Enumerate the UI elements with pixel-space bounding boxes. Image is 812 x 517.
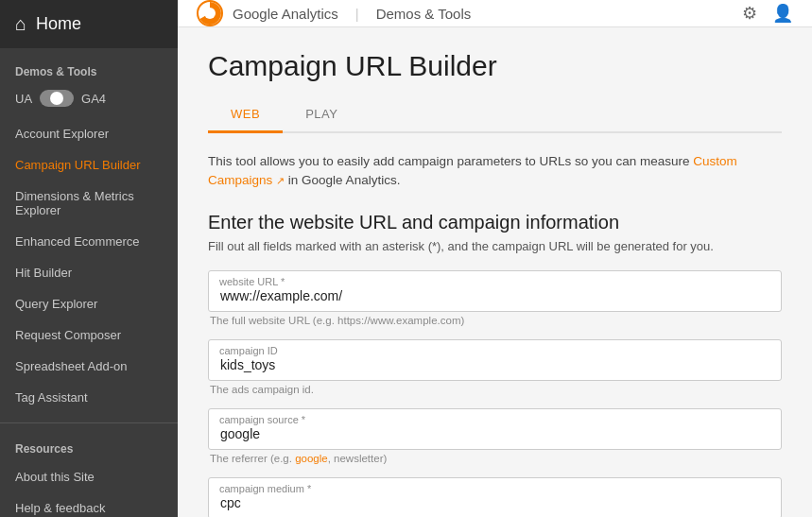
topbar-divider: | xyxy=(355,6,359,22)
page-title: Campaign URL Builder xyxy=(208,50,782,82)
sidebar-item-campaign-url-builder[interactable]: Campaign URL Builder xyxy=(0,149,178,181)
sidebar-item-tag-assistant[interactable]: Tag Assistant xyxy=(0,382,178,413)
topbar-logo: Google Analytics | Demos & Tools xyxy=(197,0,471,26)
tab-web[interactable]: WEB xyxy=(208,97,283,133)
website-url-input[interactable] xyxy=(208,270,782,312)
external-link-icon: ↗ xyxy=(276,175,285,186)
sidebar-item-account-explorer[interactable]: Account Explorer xyxy=(0,118,178,149)
topbar: Google Analytics | Demos & Tools ⚙ 👤 xyxy=(178,0,812,27)
sidebar-item-enhanced-ecommerce[interactable]: Enhanced Ecommerce xyxy=(0,226,178,257)
svg-point-1 xyxy=(204,8,216,19)
topbar-tagline: Demos & Tools xyxy=(376,6,472,22)
page-body: Campaign URL Builder WEB PLAY This tool … xyxy=(178,27,812,517)
sidebar-item-hit-builder[interactable]: Hit Builder xyxy=(0,257,178,288)
hint-link-google: google xyxy=(295,453,328,464)
topbar-icons: ⚙ 👤 xyxy=(742,3,793,24)
sidebar: ⌂ Home Demos & Tools UA GA4 Account Expl… xyxy=(0,0,178,517)
tabs: WEB PLAY xyxy=(208,97,782,133)
campaign-id-input[interactable] xyxy=(208,339,782,381)
form-section-title: Enter the website URL and campaign infor… xyxy=(208,212,782,233)
ga4-label: GA4 xyxy=(81,92,106,106)
sidebar-item-help-feedback[interactable]: Help & feedback xyxy=(0,492,178,517)
form-subtitle: Fill out all fields marked with an aster… xyxy=(208,239,782,253)
main-content: Google Analytics | Demos & Tools ⚙ 👤 Cam… xyxy=(178,0,812,517)
account-icon[interactable]: 👤 xyxy=(772,3,793,24)
description-text: This tool allows you to easily add campa… xyxy=(208,154,690,168)
campaign-medium-input[interactable] xyxy=(208,477,782,518)
website-url-group: website URL * The full website URL (e.g.… xyxy=(208,270,782,326)
sidebar-item-about-this-site[interactable]: About this Site xyxy=(0,461,178,492)
campaign-source-group: campaign source * The referrer (e.g. goo… xyxy=(208,408,782,464)
sidebar-item-dimensions-metrics-explorer[interactable]: Dimensions & Metrics Explorer xyxy=(0,181,178,226)
campaign-source-input[interactable] xyxy=(208,408,782,450)
demos-tools-label: Demos & Tools xyxy=(0,48,178,84)
toggle-knob xyxy=(50,92,63,105)
ua-ga4-toggle[interactable] xyxy=(40,90,74,107)
campaign-source-hint: The referrer (e.g. google, newsletter) xyxy=(208,453,782,464)
home-label: Home xyxy=(36,14,81,34)
resources-label: Resources xyxy=(0,433,178,461)
sidebar-item-query-explorer[interactable]: Query Explorer xyxy=(0,288,178,319)
topbar-logo-text: Google Analytics xyxy=(233,6,338,22)
campaign-id-hint: The ads campaign id. xyxy=(208,384,782,395)
website-url-hint: The full website URL (e.g. https://www.e… xyxy=(208,315,782,326)
sidebar-item-spreadsheet-add-on[interactable]: Spreadsheet Add-on xyxy=(0,351,178,382)
sidebar-item-request-composer[interactable]: Request Composer xyxy=(0,319,178,351)
sidebar-divider xyxy=(0,422,178,423)
ga-logo-icon xyxy=(197,0,223,26)
sidebar-home-link[interactable]: ⌂ Home xyxy=(0,0,178,48)
settings-icon[interactable]: ⚙ xyxy=(742,3,757,24)
description-suffix: in Google Analytics. xyxy=(288,173,401,187)
ua-ga4-toggle-row: UA GA4 xyxy=(0,84,178,118)
description: This tool allows you to easily add campa… xyxy=(208,152,782,191)
campaign-id-group: campaign ID The ads campaign id. xyxy=(208,339,782,395)
tab-play[interactable]: PLAY xyxy=(283,97,360,133)
home-icon: ⌂ xyxy=(15,13,26,35)
campaign-medium-group: campaign medium * Marketing medium (e.g.… xyxy=(208,477,782,518)
ua-label: UA xyxy=(15,92,32,106)
